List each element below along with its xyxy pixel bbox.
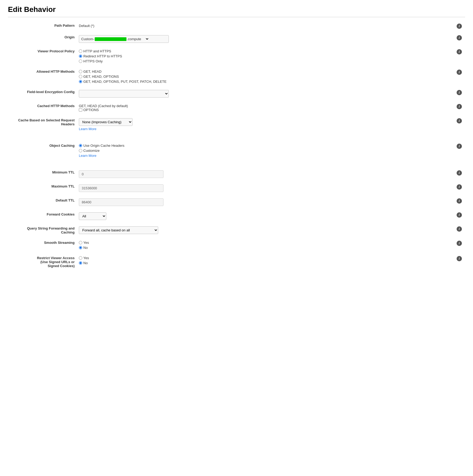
viewer-protocol-label-https-only: HTTPS Only: [83, 59, 103, 63]
viewer-protocol-option-3[interactable]: HTTPS Only: [79, 59, 452, 63]
cache-headers-select[interactable]: None (Improves Caching): [79, 118, 133, 126]
smooth-streaming-option-no[interactable]: No: [79, 246, 452, 250]
field-encryption-info-icon[interactable]: i: [457, 90, 462, 95]
object-caching-radio-origin[interactable]: [79, 144, 82, 147]
restrict-viewer-label-no: No: [83, 261, 88, 265]
cached-methods-value: GET, HEAD (Cached by default) OPTIONS: [77, 101, 454, 115]
allowed-methods-radio-get-head[interactable]: [79, 70, 82, 73]
allowed-methods-info-cell: i: [454, 66, 465, 87]
cached-methods-checkbox-label: OPTIONS: [83, 108, 99, 112]
smooth-streaming-label-no: No: [83, 246, 88, 250]
object-caching-learn-more[interactable]: Learn More: [79, 154, 96, 158]
allowed-methods-option-1[interactable]: GET, HEAD: [79, 70, 452, 74]
object-caching-radio-customize[interactable]: [79, 149, 82, 152]
max-ttl-input[interactable]: [79, 184, 163, 192]
restrict-viewer-row: Restrict Viewer Access (Use Signed URLs …: [8, 253, 465, 271]
smooth-streaming-label: Smooth Streaming: [8, 237, 77, 253]
cached-methods-checkbox[interactable]: [79, 108, 82, 112]
default-ttl-row: Default TTL i: [8, 195, 465, 209]
forward-cookies-row: Forward Cookies All None Whitelist i: [8, 209, 465, 223]
object-caching-option-2[interactable]: Customize: [79, 149, 452, 153]
cache-headers-learn-more[interactable]: Learn More: [79, 127, 96, 131]
forward-cookies-select[interactable]: All None Whitelist: [79, 212, 106, 220]
viewer-protocol-radio-https-only[interactable]: [79, 59, 82, 63]
default-ttl-input[interactable]: [79, 198, 163, 206]
restrict-viewer-label-line2: (Use Signed URLs or: [40, 260, 75, 264]
cached-methods-info-icon[interactable]: i: [457, 104, 462, 109]
origin-select-wrapper[interactable]: Custom- .compute: [79, 35, 169, 43]
viewer-protocol-info-icon[interactable]: i: [457, 49, 462, 54]
viewer-protocol-label-http-https: HTTP and HTTPS: [83, 49, 111, 53]
allowed-methods-radio-get-head-options[interactable]: [79, 75, 82, 78]
field-encryption-select[interactable]: [79, 90, 169, 98]
object-caching-value: Use Origin Cache Headers Customize Learn…: [77, 140, 454, 161]
max-ttl-row: Maximum TTL i: [8, 181, 465, 195]
restrict-viewer-option-yes[interactable]: Yes: [79, 256, 452, 260]
viewer-protocol-radio-redirect[interactable]: [79, 54, 82, 58]
origin-redacted-bar: [95, 37, 126, 41]
cached-methods-info-cell: i: [454, 101, 465, 115]
cached-methods-label: Cached HTTP Methods: [8, 101, 77, 115]
viewer-protocol-radio-group: HTTP and HTTPS Redirect HTTP to HTTPS HT…: [79, 49, 452, 63]
forward-cookies-value: All None Whitelist: [77, 209, 454, 223]
cached-methods-static: GET, HEAD (Cached by default): [79, 104, 452, 108]
restrict-viewer-radio-no[interactable]: [79, 261, 82, 265]
min-ttl-value: [77, 167, 454, 181]
allowed-methods-label-get-head: GET, HEAD: [83, 70, 102, 74]
restrict-viewer-label-yes: Yes: [83, 256, 89, 260]
origin-prefix: Custom-: [81, 37, 94, 41]
viewer-protocol-option-1[interactable]: HTTP and HTTPS: [79, 49, 452, 53]
allowed-methods-radio-all[interactable]: [79, 80, 82, 83]
origin-info-icon[interactable]: i: [457, 35, 462, 40]
path-pattern-value: Default (*): [77, 20, 454, 32]
path-pattern-info-icon[interactable]: i: [457, 24, 462, 29]
smooth-streaming-radio-no[interactable]: [79, 246, 82, 249]
query-string-select[interactable]: Forward all, cache based on all None: [79, 226, 158, 234]
default-ttl-info-icon[interactable]: i: [457, 198, 462, 204]
min-ttl-input[interactable]: [79, 170, 163, 178]
allowed-methods-option-3[interactable]: GET, HEAD, OPTIONS, PUT, POST, PATCH, DE…: [79, 80, 452, 84]
edit-behavior-form: Path Pattern Default (*) i Origin Custom…: [8, 20, 465, 271]
query-string-row: Query String Forwarding and Caching Forw…: [8, 223, 465, 237]
spacer-row-2: [8, 161, 465, 167]
restrict-viewer-info-cell: i: [454, 253, 465, 271]
forward-cookies-info-icon[interactable]: i: [457, 212, 462, 218]
spacer-row-1: [8, 134, 465, 140]
viewer-protocol-option-2[interactable]: Redirect HTTP to HTTPS: [79, 54, 452, 58]
restrict-viewer-option-no[interactable]: No: [79, 261, 452, 265]
allowed-methods-option-2[interactable]: GET, HEAD, OPTIONS: [79, 75, 452, 79]
min-ttl-label: Minimum TTL: [8, 167, 77, 181]
object-caching-info-icon[interactable]: i: [457, 144, 462, 149]
origin-select[interactable]: [141, 37, 149, 41]
restrict-viewer-info-icon[interactable]: i: [457, 256, 462, 261]
object-caching-option-1[interactable]: Use Origin Cache Headers: [79, 144, 452, 148]
max-ttl-info-icon[interactable]: i: [457, 184, 462, 190]
default-ttl-value: [77, 195, 454, 209]
restrict-viewer-label-line3: Signed Cookies): [48, 264, 75, 268]
viewer-protocol-radio-http-https[interactable]: [79, 49, 82, 53]
forward-cookies-label: Forward Cookies: [8, 209, 77, 223]
origin-info-cell: i: [454, 32, 465, 46]
smooth-streaming-info-icon[interactable]: i: [457, 241, 462, 246]
query-string-info-cell: i: [454, 223, 465, 237]
object-caching-label: Object Caching: [8, 140, 77, 161]
smooth-streaming-option-yes[interactable]: Yes: [79, 241, 452, 245]
min-ttl-info-icon[interactable]: i: [457, 170, 462, 176]
origin-suffix: .compute: [127, 37, 141, 41]
allowed-methods-info-icon[interactable]: i: [457, 70, 462, 75]
object-caching-radio-group: Use Origin Cache Headers Customize: [79, 144, 452, 153]
cached-methods-options-checkbox[interactable]: OPTIONS: [79, 108, 452, 112]
viewer-protocol-value: HTTP and HTTPS Redirect HTTP to HTTPS HT…: [77, 46, 454, 66]
query-string-info-icon[interactable]: i: [457, 226, 462, 232]
cache-headers-info-icon[interactable]: i: [457, 118, 462, 123]
smooth-streaming-row: Smooth Streaming Yes No i: [8, 237, 465, 253]
smooth-streaming-radio-yes[interactable]: [79, 241, 82, 244]
field-encryption-row: Field-level Encryption Config i: [8, 87, 465, 101]
restrict-viewer-label-line1: Restrict Viewer Access: [37, 256, 75, 260]
restrict-viewer-radio-yes[interactable]: [79, 256, 82, 260]
smooth-streaming-label-yes: Yes: [83, 241, 89, 245]
cache-headers-label: Cache Based on Selected Request Headers: [8, 115, 77, 134]
query-string-label-line2: Caching: [61, 230, 75, 234]
max-ttl-label: Maximum TTL: [8, 181, 77, 195]
allowed-methods-label: Allowed HTTP Methods: [8, 66, 77, 87]
